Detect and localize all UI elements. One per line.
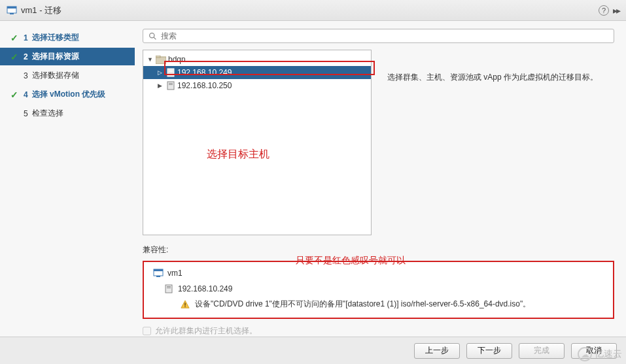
svg-rect-20 bbox=[184, 303, 185, 305]
svg-point-3 bbox=[150, 33, 154, 37]
svg-rect-18 bbox=[167, 288, 171, 288]
expand-icon[interactable]: ▸▸ bbox=[613, 5, 619, 16]
tree-host-249[interactable]: ▷ 192.168.10.249 bbox=[143, 66, 371, 79]
svg-rect-21 bbox=[184, 306, 185, 306]
step-label: 选择目标资源 bbox=[32, 51, 79, 62]
step-label: 选择数据存储 bbox=[32, 70, 79, 81]
tree-label: 192.168.10.249 bbox=[177, 68, 232, 77]
svg-line-4 bbox=[154, 37, 156, 39]
allow-cluster-host-checkbox bbox=[143, 327, 151, 335]
compat-vm-name: vm1 bbox=[167, 269, 183, 278]
footer: 上一步 下一步 完成 取消 bbox=[0, 337, 626, 364]
wizard-steps: ✓ 1 选择迁移类型 ✓ 2 选择目标资源 ✓ 3 选择数据存储 ✓ 4 选择 … bbox=[0, 21, 135, 337]
svg-rect-14 bbox=[154, 269, 163, 271]
titlebar: vm1 - 迁移 ? ▸▸ bbox=[0, 0, 626, 21]
step-number: 1 bbox=[24, 33, 28, 42]
finish-button: 完成 bbox=[519, 343, 565, 359]
svg-rect-16 bbox=[165, 285, 172, 293]
watermark: ☁ 亿速云 bbox=[578, 347, 622, 361]
tree-label: bdqn bbox=[168, 55, 186, 64]
svg-rect-10 bbox=[167, 82, 174, 90]
help-icon[interactable]: ? bbox=[599, 5, 609, 16]
check-icon: ✓ bbox=[10, 52, 20, 62]
datacenter-icon bbox=[156, 56, 166, 64]
svg-rect-15 bbox=[156, 276, 160, 277]
next-button[interactable]: 下一步 bbox=[466, 343, 512, 359]
annotation-warn-ok: 只要不是红色感叹号就可以 bbox=[296, 255, 406, 267]
svg-rect-7 bbox=[167, 69, 174, 76]
compat-host-ip: 192.168.10.249 bbox=[178, 284, 232, 293]
step-number: 4 bbox=[24, 90, 28, 99]
svg-rect-6 bbox=[156, 56, 160, 58]
info-text: 选择群集、主机、资源池或 vApp 作为此虚拟机的迁移目标。 bbox=[383, 50, 614, 235]
host-icon bbox=[167, 68, 175, 77]
dialog-title: vm1 - 迁移 bbox=[21, 5, 61, 16]
search-bar[interactable] bbox=[143, 29, 614, 43]
step-target-resource[interactable]: ✓ 2 选择目标资源 bbox=[0, 48, 135, 65]
tree-cluster-bdqn[interactable]: ▼ bdqn bbox=[143, 53, 371, 66]
warning-icon bbox=[181, 300, 190, 309]
step-vmotion-priority[interactable]: ✓ 4 选择 vMotion 优先级 bbox=[0, 86, 135, 103]
tree-label: 192.168.10.250 bbox=[177, 81, 232, 90]
check-icon: ✓ bbox=[10, 33, 20, 43]
vm-icon bbox=[7, 6, 17, 15]
step-number: 5 bbox=[24, 109, 28, 118]
compatibility-panel: vm1 192.168.10.249 设备"CD/DVD drive 1"使用不… bbox=[143, 261, 614, 319]
caret-right-icon: ▷ bbox=[158, 69, 164, 76]
compatibility-label: 兼容性: bbox=[143, 244, 614, 256]
search-icon bbox=[148, 32, 157, 41]
svg-rect-8 bbox=[169, 70, 173, 71]
cloud-icon: ☁ bbox=[578, 347, 592, 361]
step-datastore[interactable]: ✓ 3 选择数据存储 bbox=[0, 67, 135, 84]
svg-rect-17 bbox=[167, 286, 171, 287]
step-number: 2 bbox=[24, 52, 28, 61]
step-label: 选择迁移类型 bbox=[32, 32, 79, 43]
svg-rect-5 bbox=[156, 57, 166, 64]
svg-rect-9 bbox=[169, 71, 173, 72]
back-button[interactable]: 上一步 bbox=[414, 343, 460, 359]
caret-down-icon: ▼ bbox=[147, 56, 154, 63]
compat-warning-text: 设备"CD/DVD drive 1"使用不可访问的备用"[datastore1 … bbox=[195, 299, 530, 310]
step-number: 3 bbox=[24, 71, 28, 80]
host-icon bbox=[167, 81, 175, 90]
step-migration-type[interactable]: ✓ 1 选择迁移类型 bbox=[0, 29, 135, 46]
svg-rect-12 bbox=[169, 84, 173, 85]
svg-rect-2 bbox=[10, 13, 14, 14]
annotation-select-host: 选择目标主机 bbox=[207, 148, 270, 161]
caret-right-icon: ▶ bbox=[158, 82, 164, 89]
step-review[interactable]: ✓ 5 检查选择 bbox=[0, 105, 135, 122]
step-label: 选择 vMotion 优先级 bbox=[32, 89, 106, 100]
watermark-text: 亿速云 bbox=[595, 348, 622, 360]
svg-rect-11 bbox=[169, 83, 173, 84]
check-icon: ✓ bbox=[10, 90, 20, 100]
tree-host-250[interactable]: ▶ 192.168.10.250 bbox=[143, 79, 371, 92]
search-input[interactable] bbox=[161, 31, 608, 41]
host-icon bbox=[165, 284, 173, 293]
allow-cluster-host-label: 允许此群集内进行主机选择。 bbox=[155, 325, 257, 337]
step-label: 检查选择 bbox=[32, 108, 63, 119]
vm-icon bbox=[153, 269, 164, 278]
svg-rect-1 bbox=[7, 7, 16, 8]
resource-tree: ▼ bdqn ▷ 192.168.10.249 bbox=[143, 50, 372, 235]
